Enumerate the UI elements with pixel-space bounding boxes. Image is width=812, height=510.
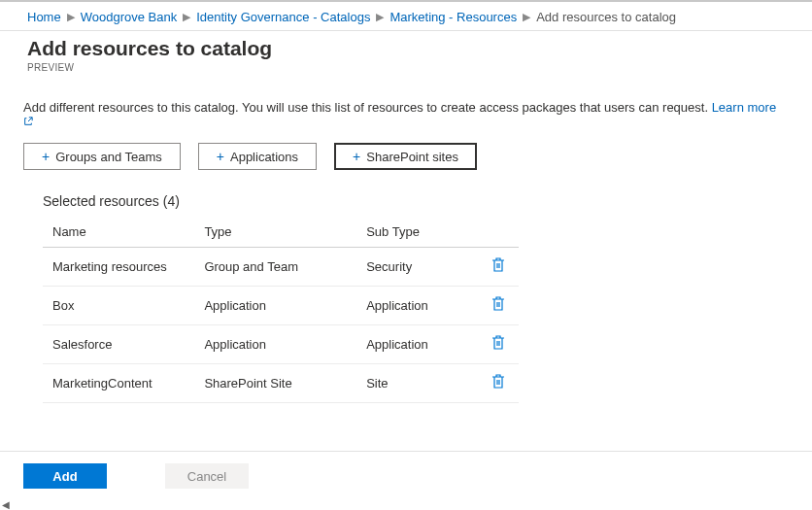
delete-row-button[interactable] — [490, 294, 507, 317]
trash-icon — [491, 374, 505, 392]
resource-type-buttons: + Groups and Teams + Applications + Shar… — [0, 143, 812, 186]
scroll-left-arrow[interactable]: ◀ — [2, 499, 10, 510]
add-button[interactable]: Add — [23, 463, 107, 489]
cell-name: MarketingContent — [43, 364, 194, 403]
external-link-icon — [23, 117, 33, 126]
selected-resources-title: Selected resources (4) — [0, 186, 812, 219]
table-row: BoxApplicationApplication — [43, 287, 519, 325]
table-row: MarketingContentSharePoint SiteSite — [43, 364, 519, 403]
chevron-right-icon: ▶ — [523, 11, 530, 23]
add-groups-button[interactable]: + Groups and Teams — [23, 143, 181, 170]
cell-subtype: Site — [356, 364, 478, 403]
breadcrumb-link-catalogs[interactable]: Identity Governance - Catalogs — [196, 10, 370, 24]
cancel-button[interactable]: Cancel — [165, 463, 249, 489]
trash-icon — [491, 335, 505, 354]
add-applications-button[interactable]: + Applications — [198, 143, 317, 170]
chevron-right-icon: ▶ — [376, 11, 384, 23]
page-title: Add resources to catalog — [27, 37, 785, 60]
column-header-subtype: Sub Type — [356, 219, 478, 248]
page-header: Add resources to catalog PREVIEW — [0, 31, 812, 77]
breadcrumb-link-marketing[interactable]: Marketing - Resources — [389, 10, 517, 24]
table-row: Marketing resourcesGroup and TeamSecurit… — [43, 248, 519, 287]
breadcrumb-current: Add resources to catalog — [536, 10, 676, 24]
plus-icon: + — [217, 149, 224, 164]
breadcrumb-link-home[interactable]: Home — [27, 10, 61, 24]
footer-bar: Add Cancel — [0, 451, 812, 500]
chevron-right-icon: ▶ — [67, 11, 75, 23]
column-header-name: Name — [43, 219, 194, 248]
cell-type: Application — [194, 287, 356, 325]
trash-icon — [491, 296, 505, 315]
delete-row-button[interactable] — [490, 372, 507, 394]
add-sharepoint-button[interactable]: + SharePoint sites — [334, 143, 477, 170]
cell-type: Group and Team — [194, 248, 356, 287]
cell-type: Application — [194, 325, 356, 364]
button-label: SharePoint sites — [366, 150, 458, 164]
trash-icon — [491, 257, 505, 276]
delete-row-button[interactable] — [490, 255, 507, 278]
cell-name: Box — [43, 287, 194, 325]
preview-badge: PREVIEW — [27, 62, 785, 73]
breadcrumb: Home ▶ Woodgrove Bank ▶ Identity Governa… — [0, 2, 812, 30]
cell-name: Marketing resources — [43, 248, 194, 287]
chevron-right-icon: ▶ — [183, 11, 190, 23]
intro-body: Add different resources to this catalog.… — [23, 100, 712, 115]
cell-subtype: Application — [356, 325, 478, 364]
cell-name: Salesforce — [43, 325, 194, 364]
button-label: Groups and Teams — [55, 150, 162, 164]
cell-type: SharePoint Site — [194, 364, 356, 403]
cell-subtype: Application — [356, 287, 478, 325]
delete-row-button[interactable] — [490, 333, 507, 356]
button-label: Applications — [230, 150, 298, 164]
intro-text: Add different resources to this catalog.… — [0, 77, 812, 143]
selected-resources-table: Name Type Sub Type Marketing resourcesGr… — [43, 219, 519, 403]
plus-icon: + — [353, 149, 360, 164]
table-row: SalesforceApplicationApplication — [43, 325, 519, 364]
cell-subtype: Security — [356, 248, 478, 287]
breadcrumb-link-woodgrove[interactable]: Woodgrove Bank — [81, 10, 178, 24]
column-header-type: Type — [194, 219, 356, 248]
plus-icon: + — [42, 149, 50, 164]
